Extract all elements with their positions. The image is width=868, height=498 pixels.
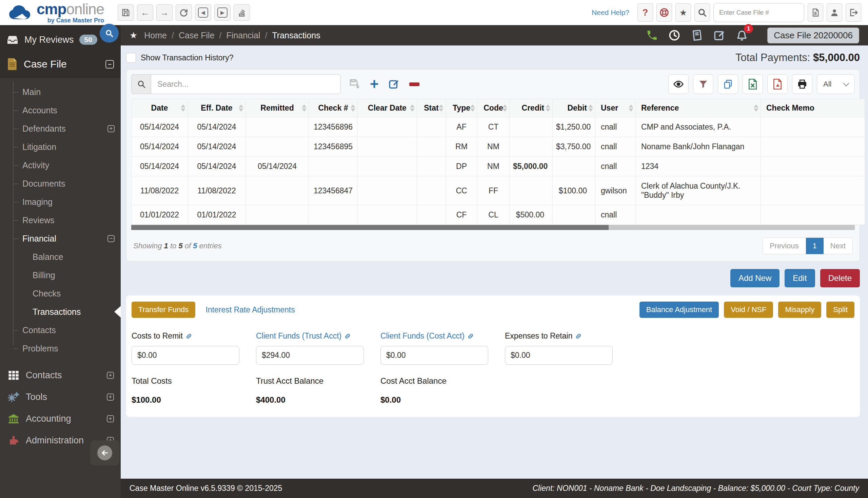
col-header-check[interactable]: Check #	[309, 99, 358, 117]
col-header-remitted[interactable]: Remitted	[246, 99, 309, 117]
collapse-sidebar-button[interactable]	[97, 445, 112, 460]
phone-button[interactable]	[646, 29, 658, 41]
sidebar-item-accounts[interactable]: Accounts	[0, 101, 121, 119]
need-help-link[interactable]: Need Help?	[592, 9, 629, 17]
tab-interest-rate-adjustments[interactable]: Interest Rate Adjustments	[205, 305, 295, 314]
sidebar-section-accounting[interactable]: Accounting +	[0, 408, 121, 430]
expand-icon[interactable]: +	[107, 125, 115, 132]
misapply-button[interactable]: Misapply	[778, 302, 821, 318]
help-button[interactable]: ?	[638, 3, 653, 22]
col-header-code[interactable]: Code	[477, 99, 510, 117]
search-button[interactable]	[694, 3, 710, 22]
split-button[interactable]: Split	[826, 302, 854, 318]
collapse-section-icon[interactable]: −	[105, 60, 114, 68]
favorites-button[interactable]: ★	[676, 3, 691, 22]
edit-button[interactable]	[713, 29, 725, 41]
breadcrumb-financial[interactable]: Financial	[227, 30, 261, 40]
col-header-date[interactable]: Date	[132, 99, 188, 117]
forward-button[interactable]: →	[156, 4, 173, 21]
table-row[interactable]: 01/01/202201/01/2022CFCL$500.00cnall	[132, 205, 865, 225]
expand-icon[interactable]: +	[107, 394, 114, 401]
breadcrumb-case-file[interactable]: Case File	[179, 30, 215, 40]
sidebar-section-tools[interactable]: Tools +	[0, 386, 121, 408]
remove-transaction-icon[interactable]	[409, 82, 419, 86]
show-transaction-history-checkbox[interactable]	[126, 53, 136, 63]
next-case-button[interactable]: ▶	[214, 4, 230, 21]
back-button[interactable]: ←	[137, 4, 153, 21]
copy-button[interactable]	[718, 74, 738, 94]
export-excel-button[interactable]	[743, 74, 763, 94]
delete-button[interactable]: Delete	[820, 269, 860, 287]
col-header-eff-date[interactable]: Eff. Date	[188, 99, 246, 117]
costs-to-remit-input[interactable]	[132, 346, 239, 365]
sidebar-item-litigation[interactable]: Litigation	[0, 138, 121, 156]
col-header-user[interactable]: User	[596, 99, 636, 117]
print-button[interactable]	[792, 74, 812, 94]
sidebar-item-transactions[interactable]: Transactions	[0, 303, 121, 321]
sidebar-item-defendants[interactable]: Defendants+	[0, 119, 121, 138]
sidebar-item-checks[interactable]: Checks	[0, 284, 121, 303]
user-account-button[interactable]	[827, 3, 842, 22]
expand-icon[interactable]: +	[107, 415, 114, 422]
col-header-clear-date[interactable]: Clear Date	[358, 99, 417, 117]
horizontal-scrollbar[interactable]	[131, 225, 855, 230]
balance-adjustment-button[interactable]: Balance Adjustment	[640, 302, 719, 318]
expenses-to-retain-input[interactable]	[505, 346, 613, 365]
edit-button[interactable]: Edit	[785, 269, 815, 287]
save-button[interactable]	[118, 4, 134, 21]
pagination-previous[interactable]: Previous	[763, 238, 806, 254]
add-new-button[interactable]: Add New	[730, 269, 779, 287]
filter-button[interactable]	[693, 74, 713, 94]
expand-icon[interactable]: +	[107, 372, 114, 379]
notes-button[interactable]	[691, 29, 703, 41]
pagination-page-1[interactable]: 1	[806, 238, 824, 254]
table-row[interactable]: 05/14/202405/14/2024123456895RMNM$3,750.…	[132, 137, 865, 157]
case-notes-button[interactable]	[807, 3, 823, 22]
export-pdf-button[interactable]	[767, 74, 788, 94]
favorite-star-icon[interactable]: ★	[130, 30, 137, 41]
tab-transfer-funds[interactable]: Transfer Funds	[132, 302, 195, 318]
void-nsf-button[interactable]: Void / NSF	[724, 302, 773, 318]
breadcrumb-home[interactable]: Home	[144, 30, 167, 40]
history-button[interactable]	[668, 29, 681, 41]
col-header-type[interactable]: Type	[446, 99, 477, 117]
case-file-number-button[interactable]: Case File 20200006	[767, 27, 859, 43]
client-funds-cost-input[interactable]	[380, 346, 488, 365]
view-button[interactable]	[668, 74, 689, 94]
refresh-button[interactable]	[176, 4, 192, 21]
sidebar-item-imaging[interactable]: Imaging	[0, 193, 121, 211]
col-header-reference[interactable]: Reference	[636, 99, 761, 117]
recent-cases-button[interactable]	[233, 4, 250, 21]
sidebar-item-financial[interactable]: Financial−	[0, 229, 121, 248]
edit-transaction-icon[interactable]	[388, 78, 400, 90]
sidebar-item-main[interactable]: Main	[0, 83, 121, 101]
link-icon[interactable]	[575, 333, 582, 340]
sidebar-item-documents[interactable]: Documents	[0, 174, 121, 193]
sidebar-item-case-file[interactable]: Case File −	[0, 50, 121, 78]
table-row[interactable]: 05/14/202405/14/2024123456896AFCT$1,250.…	[132, 117, 865, 137]
client-funds-trust-input[interactable]	[256, 346, 364, 365]
sidebar-item-activity[interactable]: Activity	[0, 156, 121, 174]
sidebar-search-button[interactable]	[100, 24, 119, 43]
sidebar-item-billing[interactable]: Billing	[0, 266, 121, 284]
filter-all-select[interactable]: All	[817, 74, 855, 94]
col-header-debit[interactable]: Debit	[553, 99, 596, 117]
sidebar-section-contacts[interactable]: Contacts +	[0, 364, 121, 386]
notifications-button[interactable]: 1	[735, 29, 748, 42]
col-header-check-memo[interactable]: Check Memo	[761, 99, 865, 117]
table-row[interactable]: 11/08/202211/08/2022123456847CCFF$100.00…	[132, 176, 865, 205]
link-icon[interactable]	[186, 333, 192, 340]
pagination-next[interactable]: Next	[824, 238, 852, 254]
table-search-input[interactable]	[151, 74, 341, 94]
col-header-stat[interactable]: Stat	[417, 99, 446, 117]
save-search-icon[interactable]	[349, 78, 360, 90]
sidebar-item-balance[interactable]: Balance	[0, 248, 121, 266]
collapse-icon[interactable]: −	[107, 235, 115, 242]
sidebar-item-problems[interactable]: Problems	[0, 339, 121, 357]
sidebar-item-contacts-sub[interactable]: Contacts	[0, 321, 121, 339]
case-file-search-input[interactable]	[713, 3, 804, 22]
sidebar-item-reviews[interactable]: Reviews	[0, 211, 121, 229]
table-row[interactable]: 05/14/202405/14/202405/14/2024DPNM$5,000…	[132, 157, 865, 176]
scrollbar-thumb[interactable]	[131, 225, 609, 230]
support-button[interactable]	[656, 3, 672, 22]
